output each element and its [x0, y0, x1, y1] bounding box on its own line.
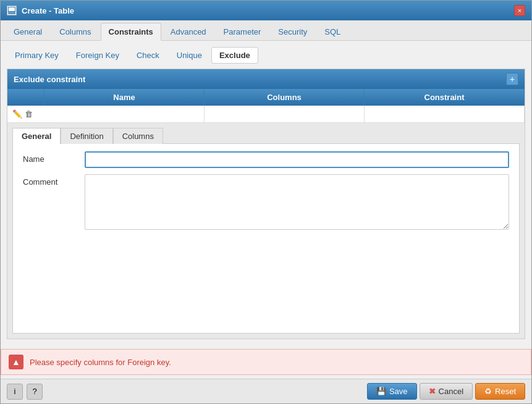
- subtab-exclude[interactable]: Exclude: [211, 47, 258, 64]
- title-bar: Create - Table ×: [1, 1, 531, 20]
- inner-tab-general[interactable]: General: [12, 128, 61, 144]
- edit-icon[interactable]: ✏️: [12, 109, 22, 119]
- help-button[interactable]: ?: [27, 384, 43, 400]
- subtab-unique[interactable]: Unique: [169, 47, 210, 64]
- save-icon: 💾: [376, 387, 386, 396]
- row-columns: [205, 106, 365, 122]
- main-tabs: General Columns Constraints Advanced Par…: [1, 20, 531, 41]
- save-label: Save: [389, 387, 408, 396]
- sub-tabs: Primary Key Foreign Key Check Unique Exc…: [7, 47, 525, 64]
- reset-label: Reset: [495, 387, 516, 396]
- name-input[interactable]: [85, 151, 509, 168]
- constraint-title: Exclude constraint: [14, 75, 85, 84]
- reset-icon: ♻: [484, 387, 492, 396]
- inner-tab-definition[interactable]: Definition: [61, 128, 112, 144]
- info-button[interactable]: i: [7, 384, 23, 400]
- tab-general[interactable]: General: [6, 23, 50, 40]
- main-window: Create - Table × General Columns Constra…: [0, 0, 532, 404]
- footer-right: 💾 Save ✖ Cancel ♻ Reset: [367, 383, 525, 400]
- col-header-constraint: Constraint: [365, 89, 525, 106]
- row-actions: ✏️ 🗑: [7, 106, 44, 122]
- inner-tabs-area: General Definition Columns Name Comment: [7, 123, 525, 339]
- window-icon: [7, 6, 17, 15]
- tab-constraints[interactable]: Constraints: [101, 23, 161, 41]
- add-constraint-button[interactable]: +: [506, 73, 518, 85]
- col-header-actions: [7, 89, 44, 106]
- inner-tab-columns[interactable]: Columns: [113, 128, 163, 144]
- comment-row: Comment: [23, 174, 509, 230]
- window-title: Create - Table: [22, 6, 74, 15]
- content-area: Primary Key Foreign Key Check Unique Exc…: [1, 41, 531, 345]
- error-message: Please specify columns for Foreign key.: [30, 358, 171, 367]
- error-bar: ▲ Please specify columns for Foreign key…: [1, 349, 531, 375]
- subtab-primary-key[interactable]: Primary Key: [7, 47, 67, 64]
- inner-tabs: General Definition Columns: [12, 128, 520, 144]
- cancel-icon: ✖: [429, 387, 436, 396]
- constraint-header: Exclude constraint +: [7, 69, 525, 89]
- svg-rect-2: [8, 13, 15, 14]
- tab-columns[interactable]: Columns: [51, 23, 99, 40]
- cancel-button[interactable]: ✖ Cancel: [420, 383, 473, 400]
- comment-textarea[interactable]: [85, 174, 509, 230]
- reset-button[interactable]: ♻ Reset: [475, 383, 525, 400]
- col-header-columns: Columns: [205, 89, 365, 106]
- row-constraint: [365, 106, 525, 122]
- constraint-panel: Exclude constraint + Name Columns Constr…: [7, 69, 525, 339]
- cancel-label: Cancel: [439, 387, 463, 396]
- save-button[interactable]: 💾 Save: [367, 383, 417, 400]
- inner-content: Name Comment: [12, 144, 520, 334]
- comment-label: Comment: [23, 174, 85, 187]
- warning-icon: ▲: [9, 355, 23, 369]
- close-button[interactable]: ×: [514, 5, 525, 16]
- col-header-name: Name: [44, 89, 205, 106]
- subtab-check[interactable]: Check: [129, 47, 167, 64]
- name-row: Name: [23, 151, 509, 168]
- tab-sql[interactable]: SQL: [316, 23, 348, 40]
- svg-rect-1: [9, 7, 15, 11]
- tab-security[interactable]: Security: [270, 23, 315, 40]
- row-name: [44, 106, 205, 122]
- name-label: Name: [23, 151, 85, 164]
- tab-parameter[interactable]: Parameter: [216, 23, 269, 40]
- subtab-foreign-key[interactable]: Foreign Key: [68, 47, 127, 64]
- table-row: ✏️ 🗑: [7, 106, 525, 123]
- delete-icon[interactable]: 🗑: [25, 109, 33, 119]
- title-bar-left: Create - Table: [7, 6, 74, 15]
- footer-left: i ?: [7, 384, 43, 400]
- footer: i ? 💾 Save ✖ Cancel ♻ Reset: [1, 379, 531, 403]
- tab-advanced[interactable]: Advanced: [163, 23, 214, 40]
- table-header: Name Columns Constraint: [7, 89, 525, 106]
